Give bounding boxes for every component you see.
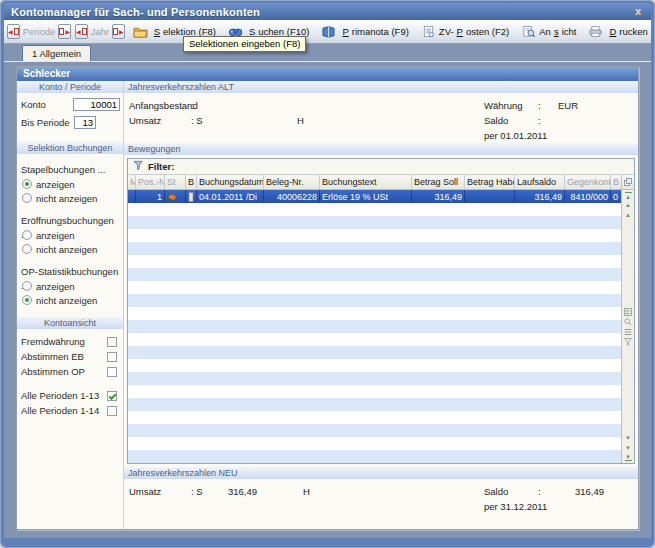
col-header-pos-nr[interactable]: Pos.-Nr [136, 175, 165, 189]
radio-nicht-anzeigen[interactable]: nicht anzeigen [21, 191, 123, 205]
checkbox-icon[interactable] [107, 406, 117, 416]
primanota-button[interactable]: Primanota (F9) [317, 22, 412, 41]
table-row[interactable] [128, 255, 621, 268]
checkbox-icon[interactable] [107, 337, 117, 347]
section-selektion-buchungen: Selektion Buchungen [17, 142, 123, 154]
radio-icon[interactable] [22, 230, 32, 240]
col-header-beleg-nr[interactable]: Beleg-Nr. [264, 175, 320, 189]
checkbox-fremdwaehrung[interactable]: Fremdwährung [17, 334, 123, 349]
col-header-buchungsdatum[interactable]: Buchungsdatum ▲ [197, 175, 264, 189]
table-row[interactable] [128, 372, 621, 385]
table-row[interactable] [128, 424, 621, 437]
radio-icon[interactable] [22, 281, 32, 291]
nav-search-icon[interactable] [622, 317, 634, 327]
col-header-b2[interactable]: B [611, 175, 621, 189]
table-row[interactable] [128, 203, 621, 216]
jahr-prev-button[interactable]: ◀ [75, 24, 88, 39]
zv-posten-button[interactable]: ZV-Posten (F2) [417, 22, 513, 41]
radio-icon[interactable] [22, 244, 32, 254]
periode-next-button[interactable]: ▶ [58, 24, 71, 39]
table-row[interactable] [128, 437, 621, 450]
table-row-selected[interactable]: 1 04.01.2011 /Di 40006228 Erlöse 19 % US… [128, 190, 621, 203]
toolbar: ◀ Periode ▶ ◀ Jahr ▶ Selektion (F8) Such… [4, 20, 651, 44]
checkbox-alle-perioden-1-14[interactable]: Alle Perioden 1-14 [17, 403, 123, 418]
periode-label: Periode [23, 26, 56, 37]
nav-page-up-icon[interactable]: ▲ [622, 200, 634, 210]
table-row[interactable] [128, 398, 621, 411]
checkbox-abstimmen-eb[interactable]: Abstimmen EB [17, 349, 123, 364]
main-panel: Schlecker Konto / Periode Konto Bis Peri… [16, 66, 639, 530]
col-header-b[interactable]: B [186, 175, 197, 189]
table-row[interactable] [128, 281, 621, 294]
table-row[interactable] [128, 294, 621, 307]
nav-next-icon[interactable]: ▼ [622, 433, 634, 443]
cell-text: Erlöse 19 % USt [320, 190, 412, 203]
right-content: Jahresverkehrszahlen ALT Anfangsbestand … [124, 81, 638, 529]
checkbox-icon[interactable] [107, 391, 117, 401]
radio-anzeigen[interactable]: anzeigen [21, 177, 123, 191]
col-header-buchungstext[interactable]: Buchungstext [320, 175, 412, 189]
page-icon [14, 28, 19, 35]
waehrung-value: EUR [558, 100, 578, 111]
checkbox-icon[interactable] [107, 352, 117, 362]
cell-gegenkonto: 8410/000 [565, 190, 611, 203]
table-row[interactable] [128, 359, 621, 372]
radio-icon[interactable] [22, 295, 32, 305]
table-row[interactable] [128, 216, 621, 229]
radio-nicht-anzeigen[interactable]: nicht anzeigen [21, 242, 123, 256]
nav-prev-icon[interactable]: ▲ [622, 210, 634, 220]
col-header-betrag-haben[interactable]: Betrag Haben [465, 175, 515, 189]
table-row[interactable] [128, 242, 621, 255]
col-header-gegenkonto[interactable]: Gegenkonto [565, 175, 611, 189]
col-header-laufsaldo[interactable]: Laufsaldo [515, 175, 565, 189]
cell-beleg: 40006228 [264, 190, 320, 203]
jahr-next-button[interactable]: ▶ [112, 24, 125, 39]
close-icon[interactable]: x [632, 6, 644, 17]
radio-icon[interactable] [22, 179, 32, 189]
nav-page-down-icon[interactable]: ▼ [622, 443, 634, 453]
col-header-betrag-soll[interactable]: Betrag Soll [412, 175, 465, 189]
table-row[interactable] [128, 320, 621, 333]
section-jvz-alt: Jahresverkehrszahlen ALT [124, 81, 638, 93]
table-row[interactable] [128, 450, 621, 463]
checkbox-alle-perioden-1-13[interactable]: Alle Perioden 1-13 [17, 388, 123, 403]
drucken-button[interactable]: Drucken [584, 22, 651, 41]
tab-allgemein[interactable]: 1 Allgemein [22, 45, 91, 61]
table-row[interactable] [128, 307, 621, 320]
table-row[interactable] [128, 411, 621, 424]
jahr-label: Jahr [91, 26, 109, 37]
nav-last-icon[interactable]: ▼ [625, 453, 632, 461]
radio-icon[interactable] [22, 193, 32, 203]
filter-band[interactable]: Filter: [128, 159, 634, 175]
nav-grid-icon[interactable] [622, 307, 634, 317]
table-row[interactable] [128, 346, 621, 359]
group-label: OP-Statistikbuchungen ... [21, 265, 123, 279]
periode-prev-button[interactable]: ◀ [7, 24, 20, 39]
table-row[interactable] [128, 229, 621, 242]
konto-input[interactable] [73, 98, 120, 111]
col-header-m[interactable]: M [128, 175, 136, 189]
table-row[interactable] [128, 268, 621, 281]
document-icon [421, 25, 436, 38]
table-row[interactable] [128, 333, 621, 346]
bookings-grid: Filter: M Pos.-Nr St B [127, 158, 635, 464]
account-header: Schlecker [17, 67, 638, 81]
umsatz-label: Umsatz [129, 486, 191, 497]
nav-filter-icon[interactable] [622, 337, 634, 347]
cell-soll: 316,49 [412, 190, 465, 203]
column-chooser-icon[interactable] [622, 175, 634, 190]
table-row[interactable] [128, 385, 621, 398]
col-header-st[interactable]: St [165, 175, 186, 189]
checkbox-icon[interactable] [107, 367, 117, 377]
ansicht-button[interactable]: Ansicht [517, 22, 580, 41]
page-icon [113, 28, 118, 35]
checkbox-abstimmen-op[interactable]: Abstimmen OP [17, 364, 123, 379]
nav-first-icon[interactable]: ▲ [625, 192, 632, 200]
radio-nicht-anzeigen[interactable]: nicht anzeigen [21, 293, 123, 307]
bis-periode-input[interactable] [74, 116, 96, 129]
radio-anzeigen[interactable]: anzeigen [21, 279, 123, 293]
title-bar[interactable]: Kontomanager für Sach- und Personenkonte… [4, 3, 651, 20]
nav-rows-icon[interactable] [622, 327, 634, 337]
radio-anzeigen[interactable]: anzeigen [21, 228, 123, 242]
arrow-right-icon: ▶ [65, 29, 70, 35]
